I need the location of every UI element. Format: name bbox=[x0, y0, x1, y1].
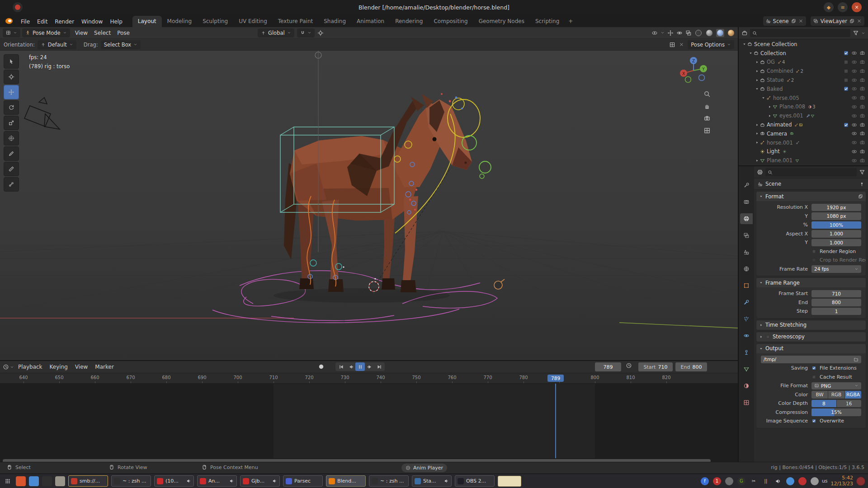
checkbox-caption[interactable]: Crop to Render Region bbox=[820, 257, 866, 263]
expand-toggle[interactable] bbox=[754, 87, 760, 91]
zoom-icon[interactable] bbox=[703, 90, 711, 98]
segment-8[interactable]: 8 bbox=[811, 400, 836, 408]
segment-bw[interactable]: BW bbox=[811, 391, 828, 399]
tool-scale[interactable] bbox=[4, 116, 19, 130]
panel-header-frame-range[interactable]: Frame Range bbox=[756, 278, 866, 287]
show-overlays-icon[interactable] bbox=[676, 30, 683, 36]
tray-indicator-red[interactable] bbox=[798, 477, 807, 485]
properties-tab-constraints[interactable] bbox=[740, 347, 753, 358]
tray-indicator-gray[interactable] bbox=[811, 477, 819, 485]
menu-window[interactable]: Window bbox=[78, 16, 106, 27]
hide-render-toggle[interactable] bbox=[859, 131, 865, 136]
prop-dropdown-file-format[interactable]: PNG bbox=[811, 382, 861, 390]
viewport-menu-view[interactable]: View bbox=[72, 28, 91, 38]
tray-screenshot-tool[interactable]: ✂ bbox=[750, 477, 758, 485]
app-icon[interactable] bbox=[13, 2, 23, 12]
workspace-tab-uv-editing[interactable]: UV Editing bbox=[233, 16, 273, 27]
hide-viewport-toggle[interactable] bbox=[851, 59, 857, 65]
expand-toggle[interactable] bbox=[754, 78, 760, 82]
jump-to-end-button[interactable] bbox=[374, 362, 384, 371]
outliner-row-combined[interactable]: Combined2 bbox=[739, 66, 868, 75]
workspace-tab-texture-paint[interactable]: Texture Paint bbox=[273, 16, 318, 27]
prop-field-end[interactable]: 800 bbox=[811, 299, 861, 306]
expand-toggle[interactable] bbox=[754, 141, 760, 145]
menu-render[interactable]: Render bbox=[51, 16, 78, 27]
panel-header-output[interactable]: Output bbox=[756, 344, 866, 353]
shading-wireframe-button[interactable] bbox=[694, 29, 703, 37]
workspace-tab-rendering[interactable]: Rendering bbox=[390, 16, 428, 27]
outliner-row-collection[interactable]: Collection bbox=[739, 49, 868, 58]
taskbar-window--zsh-[interactable]: ~ : zsh ... bbox=[111, 475, 151, 487]
taskbar-clock[interactable]: 5:42 12/13/23 bbox=[831, 475, 853, 487]
checkbox-caption[interactable]: Cache Result bbox=[820, 374, 852, 380]
expand-toggle[interactable] bbox=[754, 159, 760, 163]
checkbox-caption[interactable]: Overwrite bbox=[820, 418, 844, 424]
pin-icon[interactable] bbox=[859, 182, 864, 187]
frame-end-field[interactable]: End800 bbox=[675, 362, 707, 371]
tray-media-paused[interactable]: || bbox=[762, 477, 770, 485]
expand-toggle[interactable] bbox=[754, 60, 760, 64]
tray-geforce[interactable]: G bbox=[737, 477, 745, 485]
previous-keyframe-button[interactable] bbox=[346, 362, 355, 371]
taskbar-window-blend-[interactable]: Blend... bbox=[326, 475, 366, 487]
transform-orientation-dropdown[interactable]: Global bbox=[258, 28, 294, 38]
jump-to-start-button[interactable] bbox=[336, 362, 346, 371]
tool-measure[interactable] bbox=[4, 162, 19, 176]
checkbox-caption[interactable]: Render Region bbox=[820, 249, 856, 254]
view-layer-selector[interactable]: ViewLayer bbox=[811, 16, 864, 26]
properties-tab-scene[interactable] bbox=[740, 247, 753, 258]
color-swatch-window[interactable] bbox=[498, 476, 521, 487]
menu-file[interactable]: File bbox=[17, 16, 33, 27]
clear-icon[interactable] bbox=[679, 42, 684, 47]
outliner-row-animated[interactable]: Animated bbox=[739, 120, 868, 129]
hide-viewport-toggle[interactable] bbox=[851, 131, 857, 136]
current-frame-field[interactable]: 789 bbox=[595, 362, 621, 371]
panel-header-time-stretching[interactable]: Time Stretching bbox=[756, 320, 866, 330]
workspace-tab-sculpting[interactable]: Sculpting bbox=[197, 16, 233, 27]
blender-logo-icon[interactable] bbox=[5, 17, 14, 25]
menu-help[interactable]: Help bbox=[106, 16, 126, 27]
object-visibility-icon[interactable] bbox=[651, 30, 658, 36]
expand-toggle[interactable] bbox=[748, 51, 754, 55]
tool-cursor[interactable] bbox=[4, 70, 19, 84]
hide-viewport-toggle[interactable] bbox=[851, 95, 857, 101]
tray-messenger[interactable]: f bbox=[701, 477, 709, 485]
hide-render-toggle[interactable] bbox=[859, 149, 865, 155]
workspace-tab-scripting[interactable]: Scripting bbox=[530, 16, 565, 27]
prop-field-step[interactable]: 1 bbox=[811, 308, 861, 315]
workspace-tab-modeling[interactable]: Modeling bbox=[162, 16, 198, 27]
tool-annotate[interactable] bbox=[4, 146, 19, 161]
launcher-files[interactable] bbox=[29, 476, 39, 486]
hide-render-toggle[interactable] bbox=[859, 158, 865, 164]
taskbar-window-smb-[interactable]: smb://... bbox=[68, 475, 108, 487]
outliner-row-statue[interactable]: Statue2 bbox=[739, 75, 868, 84]
properties-tab-output[interactable] bbox=[740, 213, 753, 224]
tray-volume[interactable] bbox=[774, 477, 782, 485]
expand-toggle[interactable] bbox=[754, 131, 760, 136]
timeline-menu-marker[interactable]: Marker bbox=[92, 362, 117, 372]
keyboard-layout-indicator[interactable]: us bbox=[822, 478, 828, 484]
checkbox-caption[interactable]: File Extensions bbox=[820, 365, 857, 371]
collection-checkbox[interactable] bbox=[843, 68, 849, 74]
expand-toggle[interactable] bbox=[767, 105, 773, 109]
power-indicator[interactable] bbox=[856, 477, 865, 486]
expand-toggle[interactable] bbox=[767, 114, 773, 118]
ortho-grid-icon[interactable] bbox=[703, 127, 711, 134]
prop-dropdown-frame-rate[interactable]: 24 fps bbox=[811, 265, 861, 273]
window-close-button[interactable]: ✕ bbox=[852, 2, 862, 12]
running-job-chip[interactable]: Anim Player bbox=[401, 464, 447, 472]
next-keyframe-button[interactable] bbox=[365, 362, 374, 371]
navigation-gizmo[interactable]: Z X Y bbox=[679, 56, 708, 85]
taskbar-window-obs-2-[interactable]: OBS 2... bbox=[455, 475, 495, 487]
taskbar-window--zsh-[interactable]: ~ : zsh ... bbox=[369, 475, 409, 487]
panel-header-stereoscopy[interactable]: Stereoscopy bbox=[756, 332, 866, 342]
tool-transform[interactable] bbox=[4, 131, 19, 145]
auto-keying-button[interactable] bbox=[316, 362, 326, 371]
pan-hand-icon[interactable] bbox=[703, 103, 711, 110]
viewport-menu-select[interactable]: Select bbox=[91, 28, 114, 38]
close-icon[interactable] bbox=[798, 19, 803, 23]
expand-toggle[interactable] bbox=[760, 96, 766, 100]
shading-rendered-button[interactable] bbox=[727, 29, 735, 37]
scene-selector[interactable]: Scene bbox=[763, 16, 806, 26]
hide-render-toggle[interactable] bbox=[859, 59, 865, 65]
